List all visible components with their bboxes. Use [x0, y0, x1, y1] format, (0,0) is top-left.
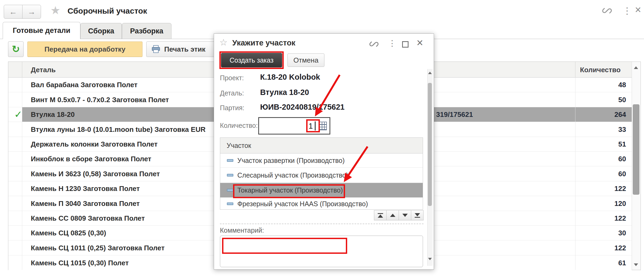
- part-name: Камень Н 1230 Заготовка Полет: [31, 185, 140, 193]
- part-name: Камень И 3623 (0,58) Заготовка Полет: [31, 170, 160, 178]
- table-scrollbar-thumb[interactable]: [633, 104, 639, 195]
- tab-gotovye-detali[interactable]: Готовые детали: [3, 22, 80, 39]
- part-qty: 48: [618, 81, 626, 89]
- field-label-project: Проект:: [220, 74, 244, 82]
- move-down-button[interactable]: [399, 210, 411, 220]
- section-list-header-label: Участок: [227, 142, 251, 150]
- part-name: Втулка луны 18-0 (10.01.moon tube) Загот…: [31, 125, 205, 133]
- move-to-top-button[interactable]: [374, 210, 387, 220]
- refresh-button[interactable]: ↻: [8, 41, 24, 57]
- page-title: Сборочный участок: [68, 6, 147, 16]
- part-qty: 33: [618, 125, 626, 133]
- cancel-button[interactable]: Отмена: [287, 53, 324, 67]
- part-name: Камень СС 0809 Заготовка Полет: [31, 214, 145, 223]
- printer-icon: [151, 45, 160, 53]
- cancel-label: Отмена: [293, 56, 318, 64]
- dialog-menu-dots-icon[interactable]: ⋮: [388, 39, 396, 48]
- text-cursor: [315, 121, 316, 131]
- section-list-header: Участок: [220, 138, 423, 154]
- list-item-frezerny[interactable]: Фрезерный участок HAAS (Производство): [220, 198, 423, 210]
- column-divider: [22, 78, 22, 270]
- dialog-link-icon[interactable]: [369, 40, 379, 49]
- move-top-arrow-icon: [378, 214, 383, 218]
- part-qty: 122: [615, 185, 626, 193]
- menu-dots-icon[interactable]: ⋮: [623, 5, 632, 16]
- row-check-icon: ✓: [14, 109, 22, 120]
- calculator-icon[interactable]: [319, 122, 327, 130]
- part-name: Камень П 3040 Заготовка Полет: [31, 199, 140, 208]
- quantity-label: Количество:: [220, 122, 258, 129]
- favorite-star-icon[interactable]: ★: [50, 4, 61, 17]
- list-item-icon: [227, 189, 233, 191]
- forward-arrow-icon: →: [28, 7, 36, 16]
- part-qty: 30: [618, 229, 626, 237]
- header-divider: [575, 62, 575, 78]
- column-header-detail[interactable]: Деталь: [31, 66, 56, 74]
- field-label-detail: Деталь:: [220, 89, 244, 97]
- transfer-to-rework-button[interactable]: Передача на доработку: [27, 41, 143, 57]
- part-name: Втулка 18-20: [31, 110, 75, 119]
- list-item-icon: [227, 159, 233, 162]
- batch-fragment: 319/175621: [436, 110, 473, 119]
- list-item-label: Участок развертки (Производство): [237, 157, 345, 164]
- move-down-arrow-icon: [402, 214, 408, 217]
- comment-textarea[interactable]: [220, 236, 423, 267]
- dialog-scroll-down-icon[interactable]: [428, 258, 432, 260]
- part-qty: 60: [618, 155, 626, 163]
- window-close-icon[interactable]: ×: [635, 4, 641, 16]
- part-name: Камень СЦ 1011 (0,25) Заготовка Полет: [31, 244, 164, 252]
- tab-sborka[interactable]: Сборка: [80, 23, 122, 39]
- create-order-label: Создать заказ: [230, 56, 274, 64]
- move-bottom-arrow-icon: [415, 213, 420, 216]
- print-labels-button[interactable]: Печать этик: [146, 41, 224, 57]
- tab-label: Разборка: [130, 27, 163, 35]
- separator-dashed: [220, 224, 424, 224]
- part-qty: 120: [615, 199, 626, 208]
- part-qty: 264: [615, 110, 626, 119]
- list-item-razvertki[interactable]: Участок развертки (Производство): [220, 154, 423, 168]
- part-qty: 122: [615, 244, 626, 252]
- dialog-scrollbar-thumb[interactable]: [428, 83, 432, 206]
- app-window: ← → ★ Сборочный участок ⋮ × Готовые дета…: [0, 0, 644, 276]
- field-value-batch: ЮИВ-20240819/175621: [260, 103, 345, 112]
- dialog-ukazhite-uchastok: ☆ Укажите участок ⋮ × Создать заказ Отме…: [214, 33, 434, 270]
- list-item-label: Фрезерный участок HAAS (Производство): [237, 200, 368, 208]
- part-name: Винт М 0.5х0.7 - 0.7х0.2 Заготовка Полет: [31, 95, 169, 104]
- link-icon[interactable]: [602, 6, 612, 16]
- part-qty: 50: [618, 95, 626, 104]
- move-up-button[interactable]: [386, 210, 399, 220]
- tab-razborka[interactable]: Разборка: [122, 23, 171, 39]
- scroll-up-icon[interactable]: [634, 66, 638, 69]
- dialog-maximize-icon[interactable]: [402, 41, 409, 48]
- list-item-label: Токарный участок (Производство): [237, 186, 343, 194]
- tab-label: Готовые детали: [13, 26, 70, 35]
- list-item-label: Слесарный участок (Производство): [237, 171, 348, 179]
- dialog-scroll-up-icon[interactable]: [428, 72, 432, 74]
- move-to-bottom-button[interactable]: [411, 210, 424, 220]
- dialog-title: Укажите участок: [232, 39, 295, 47]
- scroll-down-icon[interactable]: [634, 263, 638, 266]
- section-list: Участок Участок развертки (Производство)…: [220, 137, 423, 210]
- part-qty: 60: [618, 170, 626, 178]
- column-header-qty[interactable]: Количество: [580, 66, 621, 74]
- part-qty: 61: [618, 259, 626, 267]
- list-item-tokarny-selected[interactable]: Токарный участок (Производство): [220, 183, 423, 198]
- refresh-icon: ↻: [12, 44, 20, 55]
- back-button[interactable]: ←: [4, 5, 23, 19]
- transfer-button-label: Передача на доработку: [44, 45, 125, 53]
- part-name: Держатель колонки Заготовка Полет: [31, 140, 158, 148]
- back-arrow-icon: ←: [9, 7, 17, 16]
- create-order-button[interactable]: Создать заказ: [221, 53, 282, 67]
- move-up-arrow-icon: [390, 214, 395, 217]
- part-name: Камень СЦ 0825 (0,30): [31, 229, 106, 237]
- dialog-close-icon[interactable]: ×: [417, 36, 423, 49]
- forward-button[interactable]: →: [22, 5, 41, 19]
- list-item-slesarny[interactable]: Слесарный участок (Производство): [220, 168, 423, 183]
- quantity-input[interactable]: 1: [258, 117, 330, 135]
- part-name: Инкоблок в сборе Заготовка Полет: [31, 155, 151, 163]
- dialog-star-icon[interactable]: ☆: [219, 37, 227, 48]
- field-value-project: К.18-20 Kolobok: [260, 73, 320, 82]
- print-button-label: Печать этик: [164, 45, 205, 53]
- quantity-value: 1: [309, 121, 313, 130]
- comment-label: Комментарий:: [220, 227, 264, 234]
